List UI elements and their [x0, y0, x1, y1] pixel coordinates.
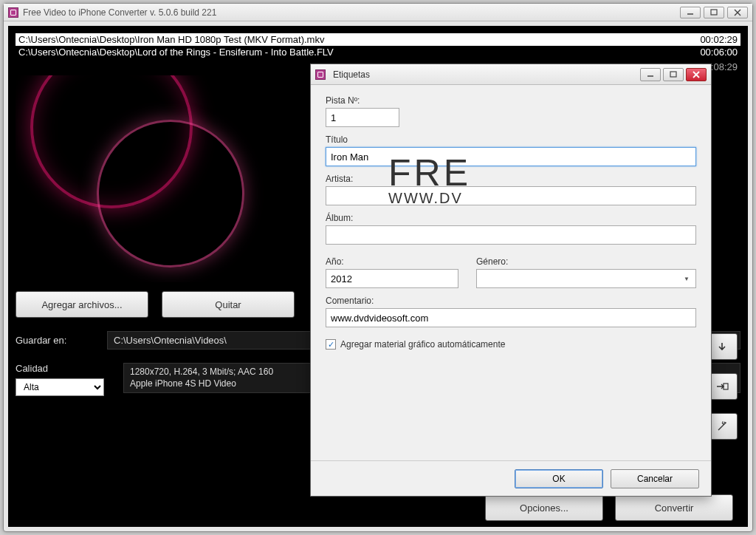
- remove-button[interactable]: Quitar: [162, 291, 295, 318]
- glow-ring-icon: [97, 120, 244, 268]
- artist-label: Artista:: [326, 174, 696, 184]
- year-input[interactable]: [326, 269, 458, 288]
- main-titlebar[interactable]: Free Video to iPhone Converter v. 5.0.6 …: [4, 4, 752, 21]
- close-button[interactable]: [727, 7, 748, 18]
- close-icon: [693, 71, 700, 78]
- quality-select[interactable]: Alta: [16, 378, 104, 396]
- year-label: Año:: [326, 256, 458, 267]
- ok-button[interactable]: OK: [515, 469, 603, 488]
- dialog-close-button[interactable]: [686, 68, 707, 81]
- auto-artwork-checkbox[interactable]: ✓: [326, 339, 336, 350]
- dialog-maximize-button[interactable]: [663, 68, 684, 81]
- bottom-buttons: Opciones... Convertir: [485, 494, 733, 521]
- svg-point-6: [722, 421, 724, 423]
- album-input[interactable]: [326, 225, 696, 245]
- dialog-title: Etiquetas: [333, 69, 640, 80]
- maximize-button[interactable]: [704, 7, 724, 18]
- maximize-icon: [670, 71, 677, 78]
- main-window-title: Free Video to iPhone Converter v. 5.0.6 …: [23, 7, 680, 18]
- folder-arrow-icon: [715, 381, 729, 392]
- dialog-minimize-button[interactable]: [640, 68, 661, 81]
- arrow-down-icon: [717, 341, 727, 352]
- comment-label: Comentario:: [326, 296, 696, 306]
- app-icon: [315, 69, 326, 80]
- quality-label: Calidad: [16, 363, 97, 374]
- playlist-path: C:\Users\Ontecnia\Desktop\Iron Man HD 10…: [18, 34, 678, 45]
- track-input[interactable]: [326, 108, 399, 127]
- playlist-time: 00:06:00: [678, 47, 738, 58]
- artist-input[interactable]: [326, 186, 696, 205]
- track-label: Pista Nº:: [326, 95, 696, 106]
- main-window-controls: [680, 7, 748, 18]
- genre-select[interactable]: [476, 269, 696, 288]
- app-icon: [8, 7, 18, 18]
- cancel-button[interactable]: Cancelar: [611, 469, 699, 488]
- options-button[interactable]: Opciones...: [485, 494, 603, 521]
- playlist-time: 00:02:29: [678, 34, 738, 45]
- minimize-icon: [647, 72, 654, 78]
- playlist-row[interactable]: C:\Users\Ontecnia\Desktop\Lord of the Ri…: [16, 46, 740, 58]
- maximize-icon: [710, 9, 718, 16]
- auto-artwork-row[interactable]: ✓ Agregar material gráfico automáticamen…: [326, 339, 696, 350]
- add-files-button[interactable]: Agregar archivos...: [16, 291, 148, 318]
- watermark-logo: FRE: [388, 151, 471, 194]
- svg-rect-8: [670, 72, 676, 77]
- magic-wand-icon: [716, 420, 728, 432]
- playlist[interactable]: C:\Users\Ontecnia\Desktop\Iron Man HD 10…: [16, 33, 740, 58]
- playlist-row[interactable]: C:\Users\Ontecnia\Desktop\Iron Man HD 10…: [16, 33, 740, 46]
- close-icon: [734, 9, 741, 16]
- dialog-titlebar[interactable]: Etiquetas: [311, 64, 711, 85]
- title-label: Título: [326, 134, 696, 145]
- dialog-window-controls: [640, 68, 707, 81]
- minimize-button[interactable]: [680, 7, 701, 18]
- genre-label: Género:: [476, 256, 696, 267]
- comment-input[interactable]: [326, 308, 696, 327]
- auto-artwork-label: Agregar material gráfico automáticamente: [340, 339, 505, 350]
- svg-point-5: [725, 422, 726, 423]
- album-label: Álbum:: [326, 213, 696, 223]
- playlist-path: C:\Users\Ontecnia\Desktop\Lord of the Ri…: [18, 47, 678, 58]
- dialog-footer: OK Cancelar: [311, 460, 711, 496]
- tags-dialog: Etiquetas Pista Nº: Título Artista:: [310, 64, 712, 497]
- minimize-icon: [687, 10, 694, 16]
- dialog-body: Pista Nº: Título Artista: Álbum: Año: Gé…: [311, 85, 711, 360]
- svg-rect-1: [711, 10, 717, 15]
- title-input[interactable]: [326, 147, 696, 166]
- convert-button[interactable]: Convertir: [615, 494, 733, 521]
- watermark-sub: WWW.DV: [388, 190, 471, 207]
- save-in-label: Guardar en:: [16, 335, 97, 346]
